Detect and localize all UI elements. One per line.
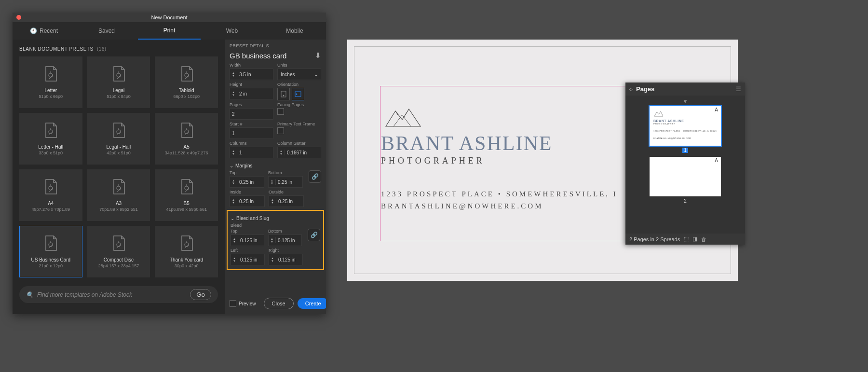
preset-name: Thank You card: [170, 257, 203, 262]
link-bleed-button[interactable]: 🔗: [308, 229, 320, 241]
bleed-left-field[interactable]: ▲▼: [231, 254, 265, 265]
preset-name: Letter - Half: [38, 144, 63, 150]
presets-heading: BLANK DOCUMENT PRESETS (16): [19, 46, 218, 52]
preset-tile[interactable]: A449p7.276 x 70p1.89: [19, 169, 82, 221]
category-tabs: 🕘Recent Saved Print Web Mobile: [13, 22, 326, 40]
tab-recent[interactable]: 🕘Recent: [13, 22, 75, 40]
preset-tile[interactable]: A370p1.89 x 99p2.551: [87, 169, 150, 221]
width-field[interactable]: ▲▼: [230, 69, 273, 80]
height-field[interactable]: ▲▼: [230, 88, 273, 99]
spread-marker-icon: ▼: [630, 98, 740, 104]
page-number-1[interactable]: 1: [682, 148, 688, 153]
close-window-button[interactable]: [16, 15, 21, 20]
close-button[interactable]: Close: [264, 298, 294, 309]
pages-panel: ◇ Pages ☰ ▼ A BRANT ASHLINE PHOTOGRAPHER…: [625, 83, 745, 245]
bleed-slug-highlight: Bleed and Slug Bleed Top ▲▼ Bottom ▲▼ 🔗: [227, 210, 324, 270]
preset-details-heading: PRESET DETAILS: [230, 43, 321, 48]
preset-tile[interactable]: Compact Disc28p4.157 x 28p4.157: [87, 226, 150, 277]
svg-point-15: [296, 94, 298, 95]
preset-tile[interactable]: B541p6.898 x 59p0.661: [155, 169, 218, 221]
facing-pages-checkbox[interactable]: [277, 108, 284, 115]
units-select[interactable]: Inches⌄: [277, 69, 321, 80]
bleed-right-field[interactable]: ▲▼: [269, 254, 303, 265]
pages-field[interactable]: [230, 108, 273, 120]
gutter-field[interactable]: ▲▼: [277, 147, 321, 158]
new-page-icon[interactable]: ◨: [692, 236, 697, 242]
preset-name: A3: [116, 201, 122, 206]
svg-point-5: [185, 130, 189, 134]
tab-print[interactable]: Print: [138, 22, 201, 40]
card-address: 1233 PROSPECT PLACE • SOMEWHERESVILLE, I: [381, 190, 632, 198]
preset-tile[interactable]: A534p11.528 x 49p7.276: [155, 113, 218, 165]
margin-outside-field[interactable]: ▲▼: [269, 195, 304, 207]
page-thumbnail-1[interactable]: A BRANT ASHLINE PHOTOGRAPHER 1233 PROSPE…: [650, 106, 721, 146]
preset-tile[interactable]: US Business Card21p0 x 12p0: [19, 226, 82, 277]
preset-dimensions: 66p0 x 102p0: [173, 94, 200, 99]
svg-point-13: [283, 95, 285, 96]
tab-mobile[interactable]: Mobile: [263, 22, 326, 40]
margins-section[interactable]: Margins: [230, 163, 321, 168]
bleed-slug-section[interactable]: Bleed and Slug: [231, 216, 320, 221]
svg-point-7: [117, 186, 121, 190]
go-button[interactable]: Go: [190, 289, 211, 300]
bleed-top-field[interactable]: ▲▼: [231, 234, 264, 246]
create-button[interactable]: Create: [298, 298, 326, 309]
page-thumbnail-2[interactable]: A: [650, 157, 721, 196]
primary-text-frame-checkbox[interactable]: [277, 127, 284, 134]
card-email: BRANTASHLINE@NOWHERE.COM: [381, 202, 632, 210]
preset-grid: Letter51p0 x 66p0Legal51p0 x 84p0Tabloid…: [19, 56, 218, 277]
preset-tile[interactable]: Legal51p0 x 84p0: [87, 56, 150, 108]
trash-icon[interactable]: 🗑: [701, 236, 706, 242]
preset-dimensions: 41p6.898 x 59p0.661: [166, 207, 207, 212]
svg-point-2: [185, 73, 189, 77]
orientation-landscape-button[interactable]: [292, 88, 304, 100]
link-margins-button[interactable]: 🔗: [309, 170, 321, 183]
dialog-title: New Document: [151, 14, 187, 20]
expand-icon[interactable]: ◇: [629, 86, 633, 92]
page-number-2[interactable]: 2: [630, 198, 740, 204]
columns-field[interactable]: ▲▼: [230, 147, 273, 158]
landscape-icon: [295, 91, 301, 97]
margin-top-field[interactable]: ▲▼: [230, 176, 264, 188]
preset-tile[interactable]: Legal - Half42p0 x 51p0: [87, 113, 150, 165]
preset-name: Legal: [113, 88, 124, 93]
clock-icon: 🕘: [30, 28, 37, 34]
svg-point-1: [117, 73, 121, 77]
panel-menu-icon[interactable]: ☰: [736, 86, 741, 93]
preset-name: B5: [184, 201, 190, 206]
card-artwork: BRANT ASHLINE PHOTOGRAPHER 1233 PROSPECT…: [381, 102, 632, 210]
preset-dimensions: 70p1.89 x 99p2.551: [99, 207, 138, 212]
tab-web[interactable]: Web: [201, 22, 263, 40]
card-role: PHOTOGRAPHER: [381, 156, 632, 166]
edit-page-size-icon[interactable]: ⬚: [684, 236, 689, 242]
preset-name: US Business Card: [31, 257, 70, 262]
preset-name: Letter: [45, 88, 57, 93]
start-page-field[interactable]: [230, 127, 273, 139]
tab-saved[interactable]: Saved: [75, 22, 138, 40]
orientation-portrait-button[interactable]: [277, 88, 290, 100]
preset-name: Tabloid: [179, 88, 194, 93]
thumb-logo-icon: [653, 110, 664, 117]
preset-tile[interactable]: Letter - Half33p0 x 51p0: [19, 113, 82, 165]
svg-point-8: [185, 186, 189, 190]
portrait-icon: [281, 91, 286, 97]
bleed-bottom-field[interactable]: ▲▼: [268, 234, 302, 246]
preset-tile[interactable]: Letter51p0 x 66p0: [19, 56, 82, 108]
stock-search[interactable]: 🔍 Find more templates on Adobe Stock Go: [19, 286, 218, 303]
preview-checkbox[interactable]: Preview: [230, 300, 256, 307]
document-name-field[interactable]: GB business card: [230, 52, 286, 60]
mountain-logo-icon: [381, 102, 423, 127]
preset-name: Legal - Half: [106, 144, 131, 150]
search-placeholder: Find more templates on Adobe Stock: [37, 291, 132, 298]
save-preset-icon[interactable]: ⬇: [315, 51, 321, 60]
preset-name: A4: [48, 201, 54, 206]
margin-inside-field[interactable]: ▲▼: [230, 195, 265, 207]
preset-name: A5: [184, 144, 190, 150]
preset-tile[interactable]: Tabloid66p0 x 102p0: [155, 56, 218, 108]
preset-dimensions: 30p0 x 42p0: [175, 263, 199, 268]
svg-point-0: [49, 73, 53, 77]
new-document-dialog: New Document 🕘Recent Saved Print Web Mob…: [13, 13, 326, 314]
preset-tile[interactable]: Thank You card30p0 x 42p0: [155, 226, 218, 277]
margin-bottom-field[interactable]: ▲▼: [268, 176, 303, 188]
card-name: BRANT ASHLINE: [381, 132, 632, 155]
